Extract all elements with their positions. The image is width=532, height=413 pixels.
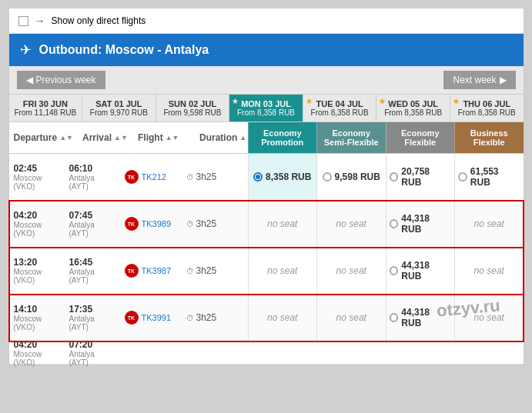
fare-cell-2[interactable]: 44,318 RUB bbox=[386, 201, 455, 247]
no-seat-label: no seat bbox=[474, 312, 504, 323]
date-cell-0[interactable]: FRI 30 JUN From 11,148 RUB bbox=[9, 95, 83, 122]
arr-cell: 16:45 Antalya (AYT) bbox=[65, 254, 120, 288]
day-price: From 9,970 RUB bbox=[85, 108, 152, 117]
flight-link[interactable]: TK3991 bbox=[142, 313, 172, 322]
arrival-col-header[interactable]: Arrival ▲▼ bbox=[78, 122, 133, 153]
date-cell-3[interactable]: ★ MON 03 JUL From 8,358 RUB bbox=[229, 95, 303, 122]
arrival-sort-icon: ▲▼ bbox=[114, 134, 128, 142]
dep-cell: 02:45 Moscow (VKO) bbox=[9, 160, 65, 194]
arr-place: Antalya (AYT) bbox=[69, 350, 115, 367]
arr-time: 06:10 bbox=[69, 163, 115, 174]
arr-time: 16:45 bbox=[69, 257, 115, 268]
day-price: From 8,358 RUB bbox=[380, 108, 447, 117]
no-seat-label: no seat bbox=[267, 312, 297, 323]
fare-col-header-3: Business Flexible bbox=[454, 122, 524, 153]
fare-cell-0: no seat bbox=[248, 248, 317, 294]
date-cell-2[interactable]: SUN 02 JUL From 9,598 RUB bbox=[156, 95, 230, 122]
date-cell-6[interactable]: ★ THU 06 JUL From 8,358 RUB bbox=[450, 95, 524, 122]
header: ✈ Outbound: Moscow - Antalya bbox=[9, 34, 524, 66]
fare-col-header-2: Economy Flexible bbox=[386, 122, 455, 153]
next-week-button[interactable]: Next week ▶ bbox=[443, 71, 515, 89]
fare-cell-2[interactable]: 44,318 RUB bbox=[386, 295, 455, 341]
top-bar: → Show only direct flights bbox=[9, 8, 524, 34]
fare-cell-3[interactable]: 61,553 RUB bbox=[454, 154, 524, 200]
plane-icon: ✈ bbox=[20, 42, 32, 58]
fare-cell-0: no seat bbox=[248, 295, 317, 341]
dep-time: 14:10 bbox=[14, 304, 60, 315]
direct-flights-checkbox[interactable] bbox=[18, 16, 28, 26]
prev-week-button[interactable]: ◀ Previous week bbox=[17, 71, 105, 89]
arr-time: 17:35 bbox=[69, 304, 115, 315]
fare-section: no seatno seat44,318 RUBno seat bbox=[248, 201, 524, 247]
departure-sort-icon: ▲▼ bbox=[59, 134, 73, 142]
arr-place: Antalya (AYT) bbox=[69, 221, 115, 238]
day-name: FRI 30 JUN bbox=[12, 99, 79, 108]
arr-cell: 06:10 Antalya (AYT) bbox=[65, 160, 120, 194]
fare-cell-3: no seat bbox=[454, 248, 524, 294]
dep-place: Moscow (VKO) bbox=[14, 350, 60, 367]
duration-cell: ⏱ 3h25 bbox=[182, 215, 236, 232]
radio-btn[interactable] bbox=[390, 219, 399, 228]
radio-btn[interactable] bbox=[390, 266, 399, 275]
radio-btn[interactable] bbox=[390, 313, 399, 322]
arrows-icon: → bbox=[35, 15, 45, 27]
week-navigation: ◀ Previous week Next week ▶ bbox=[9, 66, 524, 95]
day-price: From 8,358 RUB bbox=[233, 108, 299, 117]
radio-selected[interactable] bbox=[253, 172, 263, 182]
duration-cell: ⏱ 3h25 bbox=[182, 309, 236, 326]
flight-info: 04:20 Moscow (VKO) 07:45 Antalya (AYT) T… bbox=[9, 201, 248, 247]
star-icon: ★ bbox=[379, 97, 386, 105]
airline-logo: TK bbox=[125, 311, 139, 325]
fare-cell-2[interactable]: 20,758 RUB bbox=[386, 154, 455, 200]
arr-time: 07:45 bbox=[69, 210, 115, 221]
fare-section: no seatno seat44,318 RUBno seat bbox=[248, 248, 524, 294]
dep-place: Moscow (VKO) bbox=[14, 174, 60, 191]
table-row: 14:10 Moscow (VKO) 17:35 Antalya (AYT) T… bbox=[9, 295, 524, 341]
duration-value: 3h25 bbox=[196, 312, 217, 323]
table-row: 04:20 Moscow (VKO) 07:20 Antalya (AYT) bbox=[9, 341, 524, 365]
fare-price: 9,598 RUB bbox=[335, 172, 380, 182]
flight-link[interactable]: TK3987 bbox=[142, 266, 172, 275]
date-cell-4[interactable]: ★ TUE 04 JUL From 8,358 RUB bbox=[303, 95, 377, 122]
next-week-label: Next week bbox=[453, 75, 496, 85]
table-row: 04:20 Moscow (VKO) 07:45 Antalya (AYT) T… bbox=[9, 201, 524, 248]
flight-link[interactable]: TK212 bbox=[142, 172, 166, 182]
fare-section: no seatno seat44,318 RUBno seat bbox=[248, 295, 524, 341]
direct-flights-label: Show only direct flights bbox=[52, 15, 146, 26]
day-name: TUE 04 JUL bbox=[306, 99, 373, 108]
dep-time: 13:20 bbox=[14, 257, 60, 268]
date-cell-5[interactable]: ★ WED 05 JUL From 8,358 RUB bbox=[376, 95, 450, 122]
date-row: FRI 30 JUN From 11,148 RUB SAT 01 JUL Fr… bbox=[9, 95, 524, 122]
fare-price: 8,358 RUB bbox=[266, 172, 311, 182]
fare-col-header-0: Economy Promotion bbox=[248, 122, 317, 153]
arr-time: 07:20 bbox=[69, 339, 115, 350]
day-name: MON 03 JUL bbox=[233, 99, 299, 108]
fare-cell-1[interactable]: 9,598 RUB bbox=[316, 154, 386, 200]
fare-section: 8,358 RUB9,598 RUB20,758 RUB61,553 RUB bbox=[248, 154, 524, 200]
fare-cell-1: no seat bbox=[316, 248, 386, 294]
day-price: From 8,358 RUB bbox=[306, 108, 373, 117]
dep-time: 02:45 bbox=[14, 163, 60, 174]
fare-price: 61,553 RUB bbox=[470, 166, 520, 188]
arr-cell: 07:20 Antalya (AYT) bbox=[65, 336, 120, 370]
duration-cell: ⏱ 3h25 bbox=[182, 262, 236, 279]
day-name: WED 05 JUL bbox=[380, 99, 447, 108]
radio-btn[interactable] bbox=[323, 172, 332, 182]
fare-price: 44,318 RUB bbox=[401, 260, 451, 281]
departure-col-header[interactable]: Departure ▲▼ bbox=[9, 122, 79, 153]
day-name: THU 06 JUL bbox=[453, 99, 520, 108]
no-seat-label: no seat bbox=[474, 265, 504, 276]
flight-info: 04:20 Moscow (VKO) 07:20 Antalya (AYT) bbox=[9, 341, 248, 364]
arr-place: Antalya (AYT) bbox=[69, 174, 115, 191]
fare-cell-0[interactable]: 8,358 RUB bbox=[248, 154, 317, 200]
fare-price: 44,318 RUB bbox=[401, 213, 451, 235]
flight-col-header[interactable]: Flight ▲▼ bbox=[133, 122, 195, 153]
star-icon: ★ bbox=[306, 97, 313, 105]
radio-btn[interactable] bbox=[458, 172, 467, 182]
duration-cell: ⏱ 3h25 bbox=[182, 168, 236, 185]
radio-btn[interactable] bbox=[390, 172, 399, 182]
date-cell-1[interactable]: SAT 01 JUL From 9,970 RUB bbox=[82, 95, 156, 122]
fare-cell-2[interactable]: 44,318 RUB bbox=[386, 248, 455, 294]
arr-place: Antalya (AYT) bbox=[69, 268, 115, 285]
flight-link[interactable]: TK3989 bbox=[142, 219, 172, 228]
